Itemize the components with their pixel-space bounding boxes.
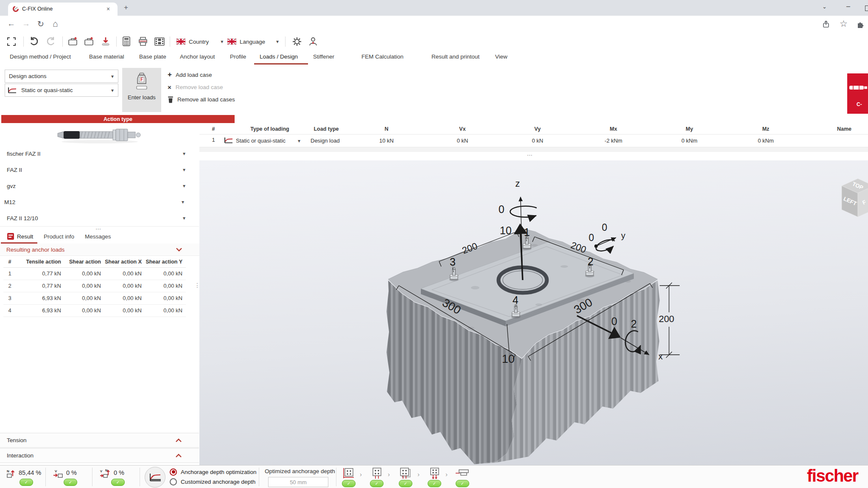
bookmark-star-icon[interactable]: ☆ [840, 19, 848, 29]
film-icon[interactable] [154, 37, 165, 46]
country-select[interactable]: Country ▾ [176, 37, 223, 46]
cell-my[interactable]: 0 kNm [664, 137, 715, 144]
resulting-anchor-loads-header[interactable]: Resulting anchor loads [0, 244, 199, 256]
back-icon[interactable]: ← [7, 19, 15, 28]
settings-gear-icon[interactable] [292, 36, 302, 47]
svg-text:F: F [140, 77, 143, 82]
tension-utilization-icon: N [6, 469, 16, 478]
user-account-icon[interactable] [309, 36, 317, 47]
action-type-dropdown[interactable]: Static or quasi-static ▾ [5, 84, 118, 97]
cell-n[interactable]: 10 kN [361, 137, 412, 144]
dropdown-size[interactable]: M12 ▾ [0, 194, 199, 210]
cell-vx[interactable]: 0 kN [437, 137, 488, 144]
static-load-curve-icon [8, 87, 17, 93]
tab-base-material[interactable]: Base material [89, 53, 124, 60]
enter-loads-button[interactable]: F Enter loads [122, 68, 161, 112]
table-viewport-splitter[interactable]: ⋯ [527, 152, 533, 158]
anchorage-optimization-option[interactable]: Anchorage depth optimization [170, 468, 257, 476]
view-cube[interactable]: TOP LEFT F [842, 179, 868, 217]
tab-loads-design[interactable]: Loads / Design [260, 53, 298, 60]
tab-close-icon[interactable]: × [106, 6, 110, 12]
extensions-puzzle-icon[interactable] [856, 20, 865, 28]
anchor-1-label: 1 [524, 226, 530, 238]
step-loads-icon[interactable] [428, 467, 440, 479]
load-curve-button[interactable] [145, 467, 165, 488]
tab-result[interactable]: Result [17, 233, 33, 240]
section-chevron-down-icon [176, 247, 182, 252]
open-project-icon[interactable] [68, 37, 78, 46]
design-actions-dropdown[interactable]: Design actions ▾ [5, 70, 118, 83]
tab-result-printout[interactable]: Result and printout [431, 53, 479, 60]
cell-type-of-loading[interactable]: Static or quasi-static [236, 137, 286, 144]
printer-icon[interactable] [138, 37, 148, 46]
type-caret-icon[interactable]: ▾ [298, 138, 300, 144]
language-select[interactable]: Language ▾ [227, 37, 279, 46]
tab-profile[interactable]: Profile [230, 53, 246, 60]
redo-icon[interactable] [46, 36, 56, 47]
language-flag-icon [227, 39, 236, 45]
cell-vy[interactable]: 0 kN [512, 137, 563, 144]
tab-base-plate[interactable]: Base plate [139, 53, 166, 60]
tab-messages[interactable]: Messages [85, 233, 111, 240]
remove-all-load-cases-button[interactable]: Remove all load cases [167, 95, 235, 104]
new-tab-icon[interactable]: + [124, 3, 128, 12]
result-row[interactable]: 46,93 kN0,00 kN0,00 kN0,00 kN [3, 304, 186, 317]
enter-loads-label: Enter loads [128, 94, 156, 101]
undo-icon[interactable] [29, 36, 39, 47]
remove-load-case-button[interactable]: × Remove load case [168, 83, 223, 91]
col-shear-x: Shear action X [103, 259, 143, 265]
open-file-icon[interactable] [84, 37, 94, 46]
dropdown-product-type[interactable]: FAZ II ▾ [0, 162, 199, 178]
tab-product-info[interactable]: Product info [44, 233, 74, 240]
result-row[interactable]: 20,77 kN0,00 kN0,00 kN0,00 kN [3, 280, 186, 292]
anchor-3-label: 3 [450, 256, 456, 268]
col-num: # [3, 259, 18, 265]
forward-icon[interactable]: → [22, 19, 30, 28]
check-icon: ✓ [69, 480, 72, 485]
window-minimize-icon[interactable]: – [846, 3, 850, 10]
reload-icon[interactable]: ↻ [37, 19, 44, 29]
interaction-section-header[interactable]: Interaction [0, 448, 199, 463]
step-profile-icon[interactable] [455, 467, 469, 479]
dropdown-value: FAZ II [7, 167, 22, 173]
window-maximize-icon[interactable] [865, 6, 868, 11]
customized-depth-option[interactable]: Customized anchorage depth [170, 477, 255, 486]
add-load-case-button[interactable]: + Add load case [168, 70, 212, 79]
dropdown-coating[interactable]: gvz ▾ [0, 178, 199, 194]
dropdown-variant[interactable]: FAZ II 12/10 ▾ [0, 210, 199, 227]
result-table-header: # Tensile action Shear action Shear acti… [3, 256, 186, 268]
save-download-icon[interactable] [101, 36, 110, 47]
optimized-depth-input[interactable] [268, 477, 328, 487]
tension-section-header[interactable]: Tension [0, 433, 199, 448]
window-chevron-icon[interactable]: ⌄ [822, 3, 827, 10]
share-icon[interactable] [822, 20, 831, 28]
svg-text:N: N [105, 469, 107, 472]
load-table-row[interactable]: 1 Static or quasi-static ▾ Design load 1… [199, 135, 868, 147]
step-anchors-icon[interactable] [370, 467, 383, 479]
cfix-product-badge[interactable]: C- [847, 73, 868, 114]
radio-off-icon [170, 478, 177, 485]
cell-mz[interactable]: 0 kNm [740, 137, 791, 144]
dropdown-product-family[interactable]: fischer FAZ II ▾ [0, 146, 199, 162]
tab-view[interactable]: View [495, 53, 507, 60]
anchor-2-label: 2 [588, 255, 594, 267]
scene-3d: 1 2 3 4 200 200 300 300 200 10 z 0 10 [199, 160, 868, 465]
step-plate-anchors-icon[interactable] [398, 467, 412, 479]
result-row[interactable]: 36,93 kN0,00 kN0,00 kN0,00 kN [3, 292, 186, 305]
tab-stiffener[interactable]: Stiffener [313, 53, 334, 60]
fullscreen-icon[interactable] [7, 37, 16, 46]
step-baseplate-icon[interactable] [342, 467, 355, 479]
tab-fem-calculation[interactable]: FEM Calculation [361, 53, 403, 60]
vy-value: 0 [589, 232, 594, 243]
result-row[interactable]: 10,77 kN0,00 kN0,00 kN0,00 kN [3, 267, 186, 280]
step-ok-badge: ✓ [428, 480, 441, 487]
viewport-3d[interactable]: 1 2 3 4 200 200 300 300 200 10 z 0 10 [199, 160, 868, 465]
home-icon[interactable]: ⌂ [53, 19, 58, 29]
tab-anchor-layout[interactable]: Anchor layout [180, 53, 215, 60]
step-next-icon: › [417, 471, 420, 478]
cell-mx[interactable]: -2 kNm [588, 137, 639, 144]
browser-tab[interactable]: C-FIX Online × [8, 3, 118, 16]
calculator-icon[interactable] [122, 36, 131, 47]
header-name: Name [819, 124, 868, 134]
tab-design-method[interactable]: Design method / Project [10, 53, 71, 60]
